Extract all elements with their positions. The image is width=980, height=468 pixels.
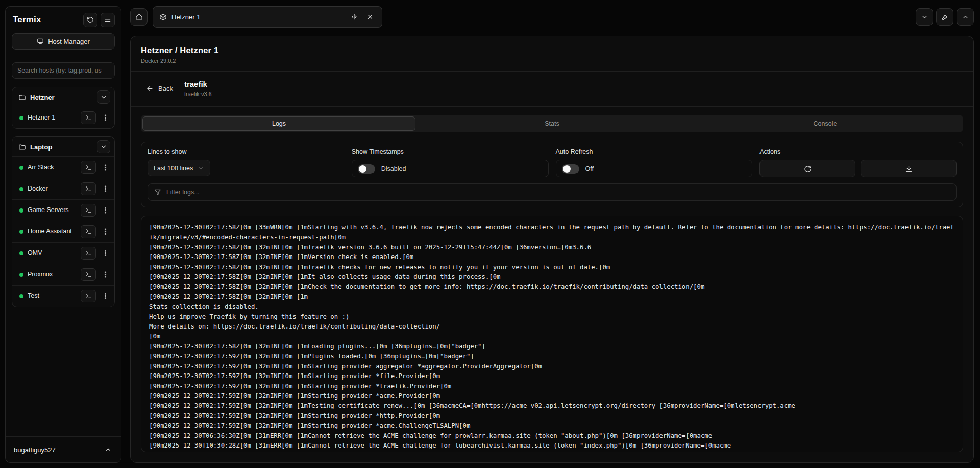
host-group-header[interactable]: Laptop xyxy=(12,137,114,156)
timestamps-control: Show Timestamps Disabled xyxy=(352,148,549,177)
lines-select[interactable]: Last 100 lines xyxy=(148,160,210,176)
sidebar-refresh-button[interactable] xyxy=(83,13,97,27)
host-menu-button[interactable] xyxy=(100,290,110,302)
download-logs-button[interactable] xyxy=(861,160,957,177)
host-item[interactable]: Test xyxy=(12,285,114,307)
host-group-header[interactable]: Hetzner xyxy=(12,87,114,107)
user-collapse-button[interactable] xyxy=(102,443,115,456)
host-menu-button[interactable] xyxy=(100,111,110,124)
host-item[interactable]: Game Servers xyxy=(12,199,114,221)
host-terminal-button[interactable] xyxy=(81,247,96,260)
home-button[interactable] xyxy=(130,8,148,26)
tab-stats[interactable]: Stats xyxy=(415,116,689,131)
host-name: Docker xyxy=(28,184,77,193)
split-view-button[interactable] xyxy=(349,11,360,22)
log-line: [90m2025-12-30T02:17:59Z[0m [32mINF[0m [… xyxy=(149,352,955,361)
group-name: Laptop xyxy=(30,143,93,151)
host-item[interactable]: Hetzner 1 xyxy=(12,107,114,128)
host-menu-button[interactable] xyxy=(100,182,110,195)
log-line: [90m2025-12-30T02:17:59Z[0m [32mINF[0m [… xyxy=(149,401,955,411)
log-line: [90m2025-12-30T10:30:28Z[0m [31mERR[0m [… xyxy=(149,441,955,451)
server-panel: Hetzner / Hetzner 1 Docker 29.0.2 Back t… xyxy=(130,36,974,463)
log-line: [90m2025-12-30T02:17:59Z[0m [32mINF[0m [… xyxy=(149,421,955,431)
log-line: [90m2025-12-30T02:17:58Z[0m [33mWRN[0m [… xyxy=(149,223,955,243)
tab-console[interactable]: Console xyxy=(689,116,962,131)
tools-icon xyxy=(941,13,949,21)
close-icon xyxy=(366,13,374,20)
host-terminal-button[interactable] xyxy=(81,290,96,302)
auto-refresh-value: Off xyxy=(585,165,594,172)
log-line: Help us improve Traefik by turning this … xyxy=(149,312,955,322)
log-line: [90m2025-12-30T06:36:30Z[0m [31mERR[0m [… xyxy=(149,431,955,441)
host-name: Proxmox xyxy=(28,270,77,279)
terminal-icon xyxy=(85,228,92,235)
chevron-up-icon xyxy=(105,446,112,453)
topbar: Hetzner 1 xyxy=(130,6,974,28)
host-item[interactable]: Proxmox xyxy=(12,264,114,285)
session-tab[interactable]: Hetzner 1 xyxy=(153,6,382,28)
auto-refresh-toggle[interactable] xyxy=(562,164,579,174)
container-name: traefik xyxy=(184,80,212,88)
chevron-down-icon xyxy=(100,143,107,150)
refresh-ccw-icon xyxy=(87,16,94,24)
host-item[interactable]: Docker xyxy=(12,178,114,199)
log-line: [90m2025-12-30T02:17:59Z[0m [32mINF[0m [… xyxy=(149,371,955,381)
log-line: [90m2025-12-30T02:17:59Z[0m [32mINF[0m [… xyxy=(149,411,955,421)
host-menu-button[interactable] xyxy=(100,225,110,238)
host-manager-button[interactable]: Host Manager xyxy=(12,33,115,50)
divider xyxy=(131,106,973,107)
lines-value: Last 100 lines xyxy=(154,165,193,172)
container-header: Back traefik traefik:v3.6 xyxy=(141,79,963,99)
terminal-icon xyxy=(85,207,92,214)
monitor-icon xyxy=(37,38,44,45)
host-item[interactable]: Home Assistant xyxy=(12,221,114,242)
host-name: Test xyxy=(28,292,77,300)
refresh-logs-button[interactable] xyxy=(760,160,855,177)
kebab-menu-icon xyxy=(102,228,109,236)
host-terminal-button[interactable] xyxy=(81,161,96,174)
back-button[interactable]: Back xyxy=(146,85,173,92)
filter-bar xyxy=(148,183,957,201)
host-terminal-button[interactable] xyxy=(81,111,96,124)
sidebar: Termix Host Manager HetznerHetzner 1Lapt… xyxy=(5,6,121,463)
panel-down-button[interactable] xyxy=(916,8,933,26)
host-item[interactable]: OMV xyxy=(12,242,114,264)
filter-input[interactable] xyxy=(166,189,950,196)
panel-up-button[interactable] xyxy=(957,8,974,26)
auto-refresh-control: Auto Refresh Off xyxy=(556,148,753,177)
timestamps-row: Disabled xyxy=(352,160,549,177)
host-menu-button[interactable] xyxy=(100,204,110,217)
timestamps-toggle[interactable] xyxy=(358,164,375,174)
container-icon xyxy=(159,13,167,21)
host-item[interactable]: Arr Stack xyxy=(12,156,114,178)
topbar-actions xyxy=(916,8,974,26)
log-controls: Lines to show Last 100 lines Show Timest… xyxy=(141,142,963,207)
log-line: [90m2025-12-30T02:17:58Z[0m [32mINF[0m [… xyxy=(149,282,955,292)
sidebar-footer: bugattiguy527 xyxy=(6,436,121,462)
host-name: Arr Stack xyxy=(28,163,77,172)
sidebar-menu-button[interactable] xyxy=(101,13,115,27)
host-terminal-button[interactable] xyxy=(81,268,96,281)
host-name: Game Servers xyxy=(28,206,77,215)
search-input[interactable] xyxy=(12,62,115,79)
tools-button[interactable] xyxy=(936,8,953,26)
host-manager-label: Host Manager xyxy=(48,38,90,45)
close-tab-button[interactable] xyxy=(364,11,376,22)
group-collapse-button[interactable] xyxy=(97,90,110,104)
log-line: [90m2025-12-30T02:17:58Z[0m [32mINF[0m [… xyxy=(149,263,955,272)
chevron-up-icon xyxy=(962,13,969,21)
actions-label: Actions xyxy=(760,148,957,155)
kebab-menu-icon xyxy=(102,206,109,214)
host-menu-button[interactable] xyxy=(100,247,110,260)
tab-logs[interactable]: Logs xyxy=(142,116,415,131)
auto-refresh-label: Auto Refresh xyxy=(556,148,753,155)
status-dot xyxy=(19,273,23,277)
host-menu-button[interactable] xyxy=(100,268,110,281)
host-name: OMV xyxy=(28,249,77,258)
host-terminal-button[interactable] xyxy=(81,204,96,217)
host-terminal-button[interactable] xyxy=(81,182,96,195)
host-terminal-button[interactable] xyxy=(81,225,96,238)
log-output[interactable]: [90m2025-12-30T02:17:58Z[0m [33mWRN[0m [… xyxy=(141,216,963,452)
host-menu-button[interactable] xyxy=(100,161,110,174)
group-collapse-button[interactable] xyxy=(97,140,110,153)
